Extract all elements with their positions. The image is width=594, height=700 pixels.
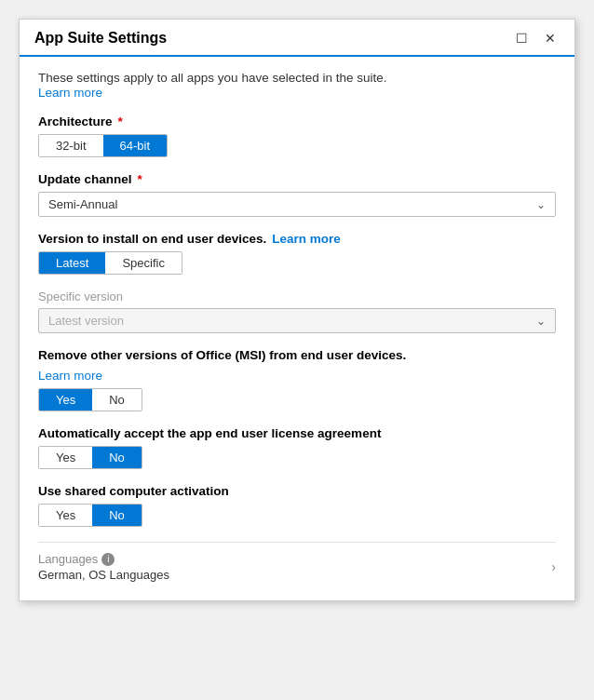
version-section: Version to install on end user devices. … xyxy=(38,232,556,275)
remove-msi-no-button[interactable]: No xyxy=(92,389,142,411)
architecture-64bit-button[interactable]: 64-bit xyxy=(103,135,168,156)
window-controls: ☐ ✕ xyxy=(512,29,560,47)
update-channel-value: Semi-Annual xyxy=(48,197,117,211)
version-toggle-group: Latest Specific xyxy=(38,251,182,275)
shared-computer-label: Use shared computer activation xyxy=(38,484,556,498)
shared-computer-section: Use shared computer activation Yes No xyxy=(38,484,556,527)
remove-msi-yes-button[interactable]: Yes xyxy=(39,389,92,411)
auto-accept-yes-button[interactable]: Yes xyxy=(39,447,92,468)
architecture-32bit-button[interactable]: 32-bit xyxy=(39,135,103,156)
update-channel-label: Update channel * xyxy=(38,172,556,186)
app-suite-settings-window: App Suite Settings ☐ ✕ These settings ap… xyxy=(19,19,575,601)
update-channel-section: Update channel * Semi-Annual ⌄ xyxy=(38,172,556,217)
architecture-required: * xyxy=(118,114,123,128)
close-button[interactable]: ✕ xyxy=(541,29,560,47)
update-channel-arrow-icon: ⌄ xyxy=(536,198,546,211)
languages-row[interactable]: Languages i German, OS Languages › xyxy=(38,542,556,586)
version-latest-button[interactable]: Latest xyxy=(39,252,105,274)
version-learn-more-link[interactable]: Learn more xyxy=(272,232,341,246)
description-learn-more-link[interactable]: Learn more xyxy=(38,86,102,100)
remove-msi-learn-more-link[interactable]: Learn more xyxy=(38,369,102,383)
shared-computer-toggle-group: Yes No xyxy=(38,504,142,527)
auto-accept-section: Automatically accept the app end user li… xyxy=(38,426,556,469)
update-channel-required: * xyxy=(138,172,142,186)
specific-version-dropdown: Latest version ⌄ xyxy=(38,308,556,333)
remove-msi-section: Remove other versions of Office (MSI) fr… xyxy=(38,348,556,411)
title-bar: App Suite Settings ☐ ✕ xyxy=(20,20,574,57)
languages-value: German, OS Languages xyxy=(38,568,169,582)
remove-msi-toggle-group: Yes No xyxy=(38,388,142,411)
update-channel-dropdown[interactable]: Semi-Annual ⌄ xyxy=(38,192,556,217)
specific-version-section: Specific version Latest version ⌄ xyxy=(38,289,556,333)
languages-left: Languages i German, OS Languages xyxy=(38,552,169,582)
remove-msi-label: Remove other versions of Office (MSI) fr… xyxy=(38,348,556,362)
specific-version-label: Specific version xyxy=(38,289,556,303)
shared-computer-no-button[interactable]: No xyxy=(92,505,142,526)
auto-accept-label: Automatically accept the app end user li… xyxy=(38,426,556,440)
version-label: Version to install on end user devices. … xyxy=(38,232,556,246)
minimize-button[interactable]: ☐ xyxy=(512,29,532,47)
description-section: These settings apply to all apps you hav… xyxy=(38,70,556,100)
shared-computer-yes-button[interactable]: Yes xyxy=(39,505,92,526)
specific-version-arrow-icon: ⌄ xyxy=(536,315,546,328)
content-area: These settings apply to all apps you hav… xyxy=(20,57,574,600)
architecture-section: Architecture * 32-bit 64-bit xyxy=(38,114,556,157)
architecture-label: Architecture * xyxy=(38,114,556,128)
specific-version-value: Latest version xyxy=(48,314,124,328)
version-specific-button[interactable]: Specific xyxy=(105,252,182,274)
languages-title: Languages i xyxy=(38,552,169,566)
auto-accept-toggle-group: Yes No xyxy=(38,446,142,469)
languages-section: Languages i German, OS Languages › xyxy=(38,542,556,586)
description-text: These settings apply to all apps you hav… xyxy=(38,71,386,85)
auto-accept-no-button[interactable]: No xyxy=(92,447,142,468)
languages-chevron-icon: › xyxy=(551,559,556,574)
languages-info-icon[interactable]: i xyxy=(101,553,115,566)
architecture-toggle-group: 32-bit 64-bit xyxy=(38,134,168,157)
window-title: App Suite Settings xyxy=(34,30,167,47)
